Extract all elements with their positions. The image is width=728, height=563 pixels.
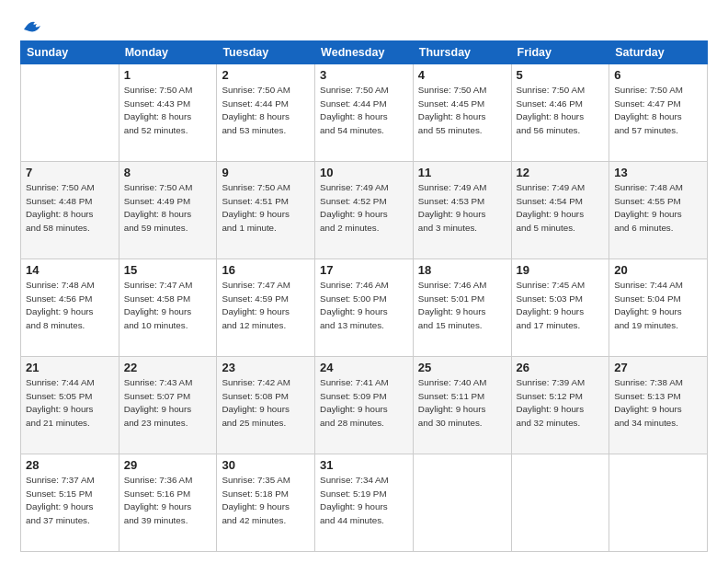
calendar-day-cell: 19Sunrise: 7:45 AMSunset: 5:03 PMDayligh… — [511, 259, 609, 357]
calendar-header-row: SundayMondayTuesdayWednesdayThursdayFrid… — [21, 41, 708, 64]
sunrise-text: Sunrise: 7:50 AM — [124, 84, 212, 98]
day-number: 7 — [26, 166, 114, 179]
day-number: 21 — [26, 361, 114, 374]
day-number: 26 — [517, 361, 605, 374]
sunset-text: Sunset: 4:49 PM — [124, 195, 212, 209]
sunrise-text: Sunrise: 7:48 AM — [614, 181, 702, 195]
day-number: 20 — [614, 263, 702, 277]
sunrise-text: Sunrise: 7:50 AM — [26, 181, 114, 195]
day-number: 5 — [517, 68, 605, 82]
sunrise-text: Sunrise: 7:50 AM — [222, 84, 310, 98]
day-number: 19 — [517, 263, 605, 277]
calendar-day-cell: 22Sunrise: 7:43 AMSunset: 5:07 PMDayligh… — [119, 357, 217, 454]
calendar-day-cell: 8Sunrise: 7:50 AMSunset: 4:49 PMDaylight… — [119, 162, 217, 259]
sunset-text: Sunset: 4:56 PM — [26, 293, 114, 306]
day-info: Sunrise: 7:50 AMSunset: 4:44 PMDaylight:… — [222, 84, 310, 138]
calendar-day-cell — [511, 454, 609, 552]
calendar-day-cell: 20Sunrise: 7:44 AMSunset: 5:04 PMDayligh… — [609, 259, 708, 357]
daylight-text-line2: and 5 minutes. — [517, 222, 605, 236]
day-info: Sunrise: 7:48 AMSunset: 4:55 PMDaylight:… — [614, 181, 702, 236]
calendar-day-cell: 6Sunrise: 7:50 AMSunset: 4:47 PMDaylight… — [609, 64, 708, 162]
sunset-text: Sunset: 4:46 PM — [517, 98, 605, 111]
header — [20, 17, 708, 33]
sunset-text: Sunset: 4:55 PM — [614, 195, 702, 209]
calendar-day-cell: 10Sunrise: 7:49 AMSunset: 4:52 PMDayligh… — [315, 162, 414, 259]
calendar-weekday-header: Sunday — [21, 41, 119, 64]
daylight-text-line2: and 55 minutes. — [418, 124, 506, 138]
day-info: Sunrise: 7:50 AMSunset: 4:48 PMDaylight:… — [26, 181, 114, 236]
daylight-text-line1: Daylight: 9 hours — [418, 403, 506, 417]
calendar-day-cell: 29Sunrise: 7:36 AMSunset: 5:16 PMDayligh… — [119, 454, 217, 552]
calendar-day-cell: 7Sunrise: 7:50 AMSunset: 4:48 PMDaylight… — [21, 162, 119, 259]
sunrise-text: Sunrise: 7:50 AM — [517, 84, 605, 98]
calendar-day-cell: 26Sunrise: 7:39 AMSunset: 5:12 PMDayligh… — [511, 357, 609, 454]
sunset-text: Sunset: 5:11 PM — [418, 390, 506, 404]
daylight-text-line2: and 59 minutes. — [124, 222, 212, 236]
day-info: Sunrise: 7:42 AMSunset: 5:08 PMDaylight:… — [222, 376, 310, 431]
day-info: Sunrise: 7:40 AMSunset: 5:11 PMDaylight:… — [418, 376, 506, 431]
daylight-text-line1: Daylight: 9 hours — [418, 305, 506, 319]
day-number: 22 — [124, 361, 212, 374]
sunrise-text: Sunrise: 7:40 AM — [418, 376, 506, 390]
daylight-text-line2: and 19 minutes. — [614, 319, 702, 333]
sunset-text: Sunset: 4:54 PM — [517, 195, 605, 209]
day-info: Sunrise: 7:50 AMSunset: 4:49 PMDaylight:… — [124, 181, 212, 236]
day-number: 2 — [222, 68, 310, 82]
daylight-text-line1: Daylight: 8 hours — [124, 208, 212, 222]
sunset-text: Sunset: 5:19 PM — [320, 488, 408, 501]
daylight-text-line2: and 34 minutes. — [614, 417, 702, 431]
daylight-text-line2: and 39 minutes. — [124, 514, 212, 528]
sunrise-text: Sunrise: 7:50 AM — [124, 181, 212, 195]
daylight-text-line1: Daylight: 9 hours — [222, 403, 310, 417]
daylight-text-line1: Daylight: 8 hours — [418, 110, 506, 124]
day-number: 1 — [124, 68, 212, 82]
daylight-text-line2: and 23 minutes. — [124, 417, 212, 431]
daylight-text-line1: Daylight: 9 hours — [517, 208, 605, 222]
sunrise-text: Sunrise: 7:35 AM — [222, 474, 310, 488]
day-number: 16 — [222, 263, 310, 277]
day-info: Sunrise: 7:38 AMSunset: 5:13 PMDaylight:… — [614, 376, 702, 431]
sunrise-text: Sunrise: 7:41 AM — [320, 376, 408, 390]
sunrise-text: Sunrise: 7:36 AM — [124, 474, 212, 488]
sunset-text: Sunset: 4:48 PM — [26, 195, 114, 209]
sunrise-text: Sunrise: 7:50 AM — [614, 84, 702, 98]
day-number: 23 — [222, 361, 310, 374]
day-info: Sunrise: 7:43 AMSunset: 5:07 PMDaylight:… — [124, 376, 212, 431]
daylight-text-line2: and 56 minutes. — [517, 124, 605, 138]
daylight-text-line2: and 28 minutes. — [320, 417, 408, 431]
day-number: 25 — [418, 361, 506, 374]
day-number: 29 — [124, 458, 212, 472]
sunset-text: Sunset: 4:47 PM — [614, 98, 702, 111]
daylight-text-line1: Daylight: 9 hours — [26, 403, 114, 417]
daylight-text-line2: and 13 minutes. — [320, 319, 408, 333]
calendar-day-cell: 5Sunrise: 7:50 AMSunset: 4:46 PMDaylight… — [511, 64, 609, 162]
daylight-text-line2: and 10 minutes. — [124, 319, 212, 333]
calendar-day-cell: 13Sunrise: 7:48 AMSunset: 4:55 PMDayligh… — [609, 162, 708, 259]
daylight-text-line1: Daylight: 9 hours — [124, 500, 212, 514]
day-number: 31 — [320, 458, 408, 472]
sunset-text: Sunset: 4:45 PM — [418, 98, 506, 111]
day-number: 8 — [124, 166, 212, 179]
sunset-text: Sunset: 5:16 PM — [124, 488, 212, 501]
day-number: 24 — [320, 361, 408, 374]
daylight-text-line2: and 57 minutes. — [614, 124, 702, 138]
calendar-week-row: 7Sunrise: 7:50 AMSunset: 4:48 PMDaylight… — [21, 162, 708, 259]
sunrise-text: Sunrise: 7:44 AM — [614, 279, 702, 293]
sunrise-text: Sunrise: 7:49 AM — [320, 181, 408, 195]
daylight-text-line1: Daylight: 9 hours — [222, 500, 310, 514]
calendar-day-cell: 28Sunrise: 7:37 AMSunset: 5:15 PMDayligh… — [21, 454, 119, 552]
sunset-text: Sunset: 4:59 PM — [222, 293, 310, 306]
sunset-text: Sunset: 4:52 PM — [320, 195, 408, 209]
day-number: 17 — [320, 263, 408, 277]
day-info: Sunrise: 7:37 AMSunset: 5:15 PMDaylight:… — [26, 474, 114, 528]
day-info: Sunrise: 7:35 AMSunset: 5:18 PMDaylight:… — [222, 474, 310, 528]
sunrise-text: Sunrise: 7:37 AM — [26, 474, 114, 488]
daylight-text-line1: Daylight: 9 hours — [124, 403, 212, 417]
day-number: 10 — [320, 166, 408, 179]
day-info: Sunrise: 7:47 AMSunset: 4:58 PMDaylight:… — [124, 279, 212, 333]
day-info: Sunrise: 7:50 AMSunset: 4:45 PMDaylight:… — [418, 84, 506, 138]
sunrise-text: Sunrise: 7:50 AM — [320, 84, 408, 98]
sunset-text: Sunset: 5:09 PM — [320, 390, 408, 404]
daylight-text-line1: Daylight: 8 hours — [26, 208, 114, 222]
day-number: 15 — [124, 263, 212, 277]
